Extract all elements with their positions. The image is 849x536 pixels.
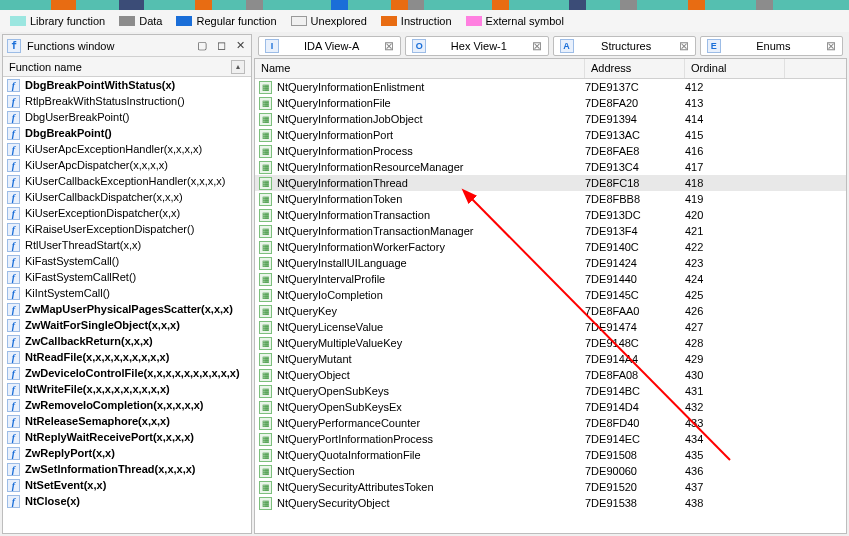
function-row[interactable]: fKiFastSystemCallRet() [3, 269, 251, 285]
function-row[interactable]: fNtClose(x) [3, 493, 251, 509]
export-row[interactable]: ▦NtQueryInformationEnlistment7DE9137C412 [255, 79, 846, 95]
export-row[interactable]: ▦NtQuerySection7DE90060436 [255, 463, 846, 479]
tab-close-icon[interactable]: ⊠ [532, 40, 542, 52]
function-row[interactable]: fDbgUserBreakPoint() [3, 109, 251, 125]
function-row[interactable]: fZwCallbackReturn(x,x,x) [3, 333, 251, 349]
export-row[interactable]: ▦NtQueryMutant7DE914A4429 [255, 351, 846, 367]
export-row[interactable]: ▦NtQueryInformationThread7DE8FC18418 [255, 175, 846, 191]
export-icon: ▦ [259, 385, 272, 398]
function-row[interactable]: fNtReleaseSemaphore(x,x,x) [3, 413, 251, 429]
minimize-icon[interactable]: ▢ [195, 39, 209, 52]
export-row[interactable]: ▦NtQueryOpenSubKeysEx7DE914D4432 [255, 399, 846, 415]
exports-body[interactable]: ▦NtQueryInformationEnlistment7DE9137C412… [255, 79, 846, 511]
restore-icon[interactable]: ◻ [215, 39, 228, 52]
function-row[interactable]: fNtReplyWaitReceivePort(x,x,x,x) [3, 429, 251, 445]
export-row[interactable]: ▦NtQueryIoCompletion7DE9145C425 [255, 287, 846, 303]
export-row[interactable]: ▦NtQueryObject7DE8FA08430 [255, 367, 846, 383]
function-row[interactable]: fKiUserCallbackExceptionHandler(x,x,x,x) [3, 173, 251, 189]
export-row[interactable]: ▦NtQueryQuotaInformationFile7DE91508435 [255, 447, 846, 463]
export-icon: ▦ [259, 465, 272, 478]
col-name[interactable]: Name [255, 59, 585, 78]
export-name: NtQuerySecurityAttributesToken [277, 481, 434, 493]
export-name: NtQueryInformationTransaction [277, 209, 430, 221]
export-row[interactable]: ▦NtQueryInformationProcess7DE8FAE8416 [255, 143, 846, 159]
legend-unexplored: Unexplored [311, 15, 367, 27]
legend-data: Data [139, 15, 162, 27]
tab-hex-view-1[interactable]: OHex View-1⊠ [405, 36, 548, 56]
export-row[interactable]: ▦NtQueryPerformanceCounter7DE8FD40433 [255, 415, 846, 431]
function-row[interactable]: fZwReplyPort(x,x) [3, 445, 251, 461]
export-icon: ▦ [259, 401, 272, 414]
function-row[interactable]: fRtlUserThreadStart(x,x) [3, 237, 251, 253]
function-row[interactable]: fNtWriteFile(x,x,x,x,x,x,x,x,x) [3, 381, 251, 397]
close-icon[interactable]: ✕ [234, 39, 247, 52]
export-row[interactable]: ▦NtQueryInformationJobObject7DE91394414 [255, 111, 846, 127]
export-row[interactable]: ▦NtQueryPortInformationProcess7DE914EC43… [255, 431, 846, 447]
export-name: NtQuerySection [277, 465, 355, 477]
function-name: NtReleaseSemaphore(x,x,x) [25, 415, 170, 427]
function-row[interactable]: fDbgBreakPoint() [3, 125, 251, 141]
function-row[interactable]: fZwRemoveIoCompletion(x,x,x,x,x) [3, 397, 251, 413]
export-row[interactable]: ▦NtQueryInformationToken7DE8FBB8419 [255, 191, 846, 207]
export-address: 7DE8FAE8 [585, 145, 685, 157]
export-ordinal: 433 [685, 417, 785, 429]
tab-close-icon[interactable]: ⊠ [384, 40, 394, 52]
function-row[interactable]: fKiFastSystemCall() [3, 253, 251, 269]
export-row[interactable]: ▦NtQueryLicenseValue7DE91474427 [255, 319, 846, 335]
function-name: KiUserApcDispatcher(x,x,x,x) [25, 159, 168, 171]
export-icon: ▦ [259, 353, 272, 366]
tab-structures[interactable]: AStructures⊠ [553, 36, 696, 56]
export-row[interactable]: ▦NtQueryInstallUILanguage7DE91424423 [255, 255, 846, 271]
tab-close-icon[interactable]: ⊠ [826, 40, 836, 52]
scroll-up-icon[interactable]: ▴ [231, 60, 245, 74]
export-row[interactable]: ▦NtQueryKey7DE8FAA0426 [255, 303, 846, 319]
col-address[interactable]: Address [585, 59, 685, 78]
function-row[interactable]: fNtSetEvent(x,x) [3, 477, 251, 493]
export-row[interactable]: ▦NtQueryIntervalProfile7DE91440424 [255, 271, 846, 287]
tab-label: Enums [727, 40, 820, 52]
function-name: DbgBreakPointWithStatus(x) [25, 79, 175, 91]
function-row[interactable]: fKiUserCallbackDispatcher(x,x,x) [3, 189, 251, 205]
function-row[interactable]: fZwMapUserPhysicalPagesScatter(x,x,x) [3, 301, 251, 317]
export-row[interactable]: ▦NtQueryInformationPort7DE913AC415 [255, 127, 846, 143]
tab-close-icon[interactable]: ⊠ [679, 40, 689, 52]
export-address: 7DE914D4 [585, 401, 685, 413]
tab-label: Structures [580, 40, 673, 52]
export-row[interactable]: ▦NtQueryInformationWorkerFactory7DE9140C… [255, 239, 846, 255]
function-row[interactable]: fZwSetInformationThread(x,x,x,x) [3, 461, 251, 477]
overview-strip[interactable] [0, 0, 849, 10]
function-icon: f [7, 447, 20, 460]
function-row[interactable]: fKiUserExceptionDispatcher(x,x) [3, 205, 251, 221]
function-row[interactable]: fKiUserApcDispatcher(x,x,x,x) [3, 157, 251, 173]
export-icon: ▦ [259, 209, 272, 222]
export-icon: ▦ [259, 145, 272, 158]
tab-enums[interactable]: EEnums⊠ [700, 36, 843, 56]
export-icon: ▦ [259, 273, 272, 286]
export-row[interactable]: ▦NtQueryOpenSubKeys7DE914BC431 [255, 383, 846, 399]
export-row[interactable]: ▦NtQueryInformationTransactionManager7DE… [255, 223, 846, 239]
function-row[interactable]: fRtlpBreakWithStatusInstruction() [3, 93, 251, 109]
export-row[interactable]: ▦NtQueryInformationTransaction7DE913DC42… [255, 207, 846, 223]
export-icon: ▦ [259, 129, 272, 142]
functions-list[interactable]: fDbgBreakPointWithStatus(x)fRtlpBreakWit… [3, 77, 251, 533]
export-ordinal: 419 [685, 193, 785, 205]
function-row[interactable]: fDbgBreakPointWithStatus(x) [3, 77, 251, 93]
export-row[interactable]: ▦NtQuerySecurityObject7DE91538438 [255, 495, 846, 511]
export-row[interactable]: ▦NtQueryInformationFile7DE8FA20413 [255, 95, 846, 111]
function-row[interactable]: fKiUserApcExceptionHandler(x,x,x,x) [3, 141, 251, 157]
function-row[interactable]: fZwWaitForSingleObject(x,x,x) [3, 317, 251, 333]
export-row[interactable]: ▦NtQueryMultipleValueKey7DE9148C428 [255, 335, 846, 351]
swatch-instruction [381, 16, 397, 26]
function-row[interactable]: fNtReadFile(x,x,x,x,x,x,x,x,x) [3, 349, 251, 365]
export-row[interactable]: ▦NtQuerySecurityAttributesToken7DE915204… [255, 479, 846, 495]
function-row[interactable]: fZwDeviceIoControlFile(x,x,x,x,x,x,x,x,x… [3, 365, 251, 381]
function-name: KiFastSystemCall() [25, 255, 119, 267]
col-ordinal[interactable]: Ordinal [685, 59, 785, 78]
function-row[interactable]: fKiRaiseUserExceptionDispatcher() [3, 221, 251, 237]
export-address: 7DE90060 [585, 465, 685, 477]
tab-ida-view-a[interactable]: IIDA View-A⊠ [258, 36, 401, 56]
function-row[interactable]: fKiIntSystemCall() [3, 285, 251, 301]
legend-external: External symbol [486, 15, 564, 27]
export-row[interactable]: ▦NtQueryInformationResourceManager7DE913… [255, 159, 846, 175]
functions-column-header[interactable]: Function name [9, 61, 82, 73]
